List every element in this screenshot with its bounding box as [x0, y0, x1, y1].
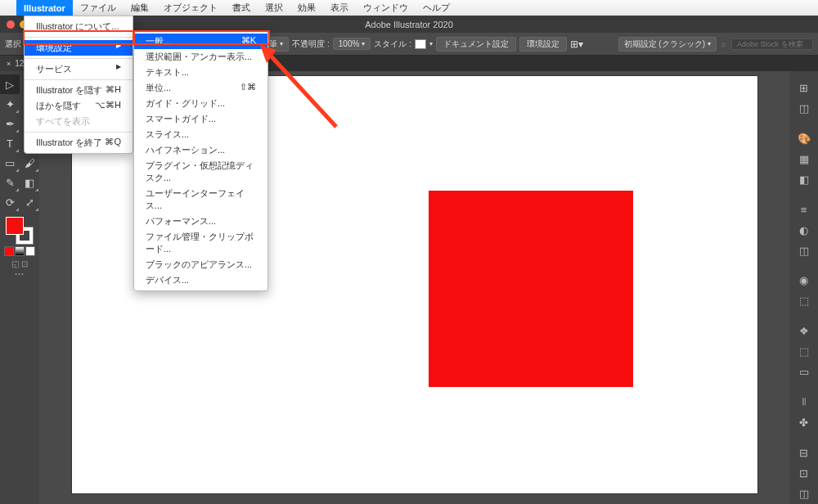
graphic-styles-panel-icon[interactable]: ⬚: [789, 290, 818, 311]
stroke-panel-icon[interactable]: ≡: [789, 200, 818, 220]
menu-window[interactable]: ウィンドウ: [356, 0, 416, 16]
draw-mode-icon[interactable]: ◱: [11, 259, 19, 268]
menu-edit[interactable]: 編集: [124, 0, 156, 16]
toolbar-more-icon[interactable]: •••: [15, 270, 24, 277]
properties-panel-icon[interactable]: ⊞: [789, 78, 818, 98]
appearance-panel-icon[interactable]: ◉: [789, 270, 818, 290]
artboards-panel-icon[interactable]: ▭: [789, 362, 818, 382]
menu-object[interactable]: オブジェクト: [156, 0, 225, 16]
prefs-plugins[interactable]: プラグイン・仮想記憶ディスク...: [134, 158, 267, 186]
prefs-text[interactable]: テキスト...: [134, 65, 267, 80]
swatches-panel-icon[interactable]: ▦: [789, 149, 818, 169]
rotate-tool[interactable]: ⟳: [0, 192, 20, 212]
menu-about-illustrator[interactable]: Illustrator について...: [25, 19, 133, 34]
none-mode-icon[interactable]: [25, 246, 35, 256]
prefs-hyphenation[interactable]: ハイフネーション...: [134, 142, 267, 158]
align-panel-icon[interactable]: ⊟: [789, 443, 818, 463]
transform-panel-icon[interactable]: ⊡: [789, 463, 818, 484]
eraser-tool[interactable]: ◧: [20, 173, 39, 192]
color-guide-panel-icon[interactable]: ◧: [789, 169, 818, 190]
selection-label: 選択: [5, 38, 21, 50]
brushes-panel-icon[interactable]: ⫴: [789, 392, 818, 412]
layers-panel-icon[interactable]: ❖: [789, 321, 818, 341]
shaper-tool[interactable]: ✎: [0, 173, 20, 192]
preferences-button[interactable]: 環境設定: [519, 37, 567, 52]
fill-stroke-indicator[interactable]: [6, 217, 34, 245]
app-menu[interactable]: Illustrator: [16, 0, 73, 16]
symbols-panel-icon[interactable]: ✤: [789, 412, 818, 433]
menu-file[interactable]: ファイル: [73, 0, 124, 16]
screen-mode-icon[interactable]: ⊡: [21, 259, 28, 268]
type-tool[interactable]: T: [0, 133, 20, 153]
panel-dock: ⊞ ◫ 🎨 ▦ ◧ ≡ ◐ ◫ ◉ ⬚ ❖ ⬚ ▭ ⫴ ✤ ⊟ ⊡ ◫: [789, 71, 818, 504]
mac-menubar: Illustrator ファイル 編集 オブジェクト 書式 選択 効果 表示 ウ…: [0, 0, 818, 16]
prefs-performance[interactable]: パフォーマンス...: [134, 214, 267, 229]
menu-show-all: すべてを表示: [25, 114, 133, 129]
menu-hide-illustrator[interactable]: Illustrator を隠す⌘H: [25, 83, 133, 98]
scale-tool[interactable]: ⤢: [20, 192, 39, 212]
color-modes: [4, 246, 35, 256]
close-window-icon[interactable]: [7, 20, 15, 29]
menu-type[interactable]: 書式: [225, 0, 258, 16]
menu-services[interactable]: サービス: [25, 61, 133, 77]
style-swatch[interactable]: [415, 39, 426, 49]
prefs-selection-anchor[interactable]: 選択範囲・アンカー表示...: [134, 49, 267, 65]
gradient-mode-icon[interactable]: [15, 246, 25, 256]
rectangle-object[interactable]: [429, 191, 633, 387]
align-icon[interactable]: ⊞▾: [570, 38, 583, 50]
prefs-guides-grid[interactable]: ガイド・グリッド...: [134, 96, 267, 111]
prefs-smart-guides[interactable]: スマートガイド...: [134, 111, 267, 127]
preferences-submenu: 一般...⌘K 選択範囲・アンカー表示... テキスト... 単位...⇧⌘ ガ…: [133, 30, 268, 291]
gradient-panel-icon[interactable]: ◐: [789, 220, 818, 241]
prefs-slices[interactable]: スライス...: [134, 127, 267, 142]
document-setup-button[interactable]: ドキュメント設定: [436, 37, 516, 52]
adobe-stock-search[interactable]: [731, 38, 813, 50]
menu-quit[interactable]: Illustrator を終了⌘Q: [25, 135, 133, 151]
libraries-panel-icon[interactable]: ◫: [789, 98, 818, 119]
prefs-general[interactable]: 一般...⌘K: [134, 34, 267, 49]
fill-color-icon[interactable]: [6, 217, 24, 235]
brush-tool[interactable]: 🖌: [20, 153, 39, 173]
prefs-ui[interactable]: ユーザーインターフェイス...: [134, 186, 267, 214]
menu-view[interactable]: 表示: [323, 0, 356, 16]
magic-wand-tool[interactable]: ✦: [0, 94, 20, 114]
menu-hide-others[interactable]: ほかを隠す⌥⌘H: [25, 98, 133, 114]
close-tab-icon[interactable]: ×: [7, 60, 11, 68]
color-mode-icon[interactable]: [4, 246, 14, 256]
menu-select[interactable]: 選択: [258, 0, 290, 16]
transparency-panel-icon[interactable]: ◫: [789, 241, 818, 261]
opacity-select[interactable]: 100%: [333, 38, 371, 50]
menu-help[interactable]: ヘルプ: [416, 0, 457, 16]
color-panel-icon[interactable]: 🎨: [789, 128, 818, 149]
prefs-file-handling[interactable]: ファイル管理・クリップボード...: [134, 229, 267, 257]
menu-preferences[interactable]: 環境設定: [25, 40, 133, 56]
prefs-devices[interactable]: デバイス...: [134, 272, 267, 288]
pen-tool[interactable]: ✒: [0, 114, 20, 133]
prefs-units[interactable]: 単位...⇧⌘: [134, 80, 267, 96]
workspace-select[interactable]: 初期設定 (クラシック): [618, 37, 717, 52]
style-label: スタイル :: [374, 38, 411, 50]
selection-tool[interactable]: ▷: [0, 74, 20, 94]
search-icon: ⌕: [721, 39, 726, 48]
pathfinder-panel-icon[interactable]: ◫: [789, 484, 818, 504]
opacity-label: 不透明度 :: [292, 38, 330, 50]
menu-effect[interactable]: 効果: [290, 0, 323, 16]
prefs-black-appearance[interactable]: ブラックのアピアランス...: [134, 257, 267, 272]
rectangle-tool[interactable]: ▭: [0, 153, 20, 173]
illustrator-menu-dropdown: Illustrator について... 環境設定 サービス Illustrato…: [24, 16, 133, 154]
asset-export-panel-icon[interactable]: ⬚: [789, 341, 818, 362]
window-title: Adobe Illustrator 2020: [365, 20, 453, 29]
